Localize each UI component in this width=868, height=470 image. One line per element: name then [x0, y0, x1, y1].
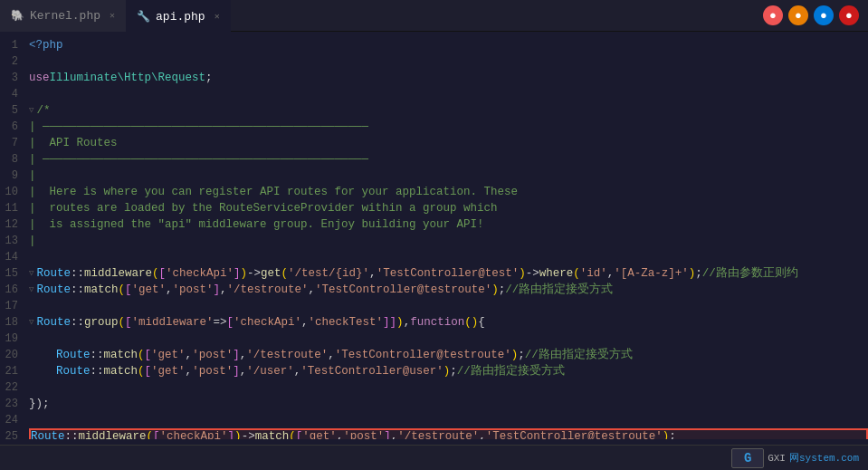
code-line-8: | ——————————————————————————————————————… [29, 151, 868, 168]
code-line-18: ▽Route::group(['middleware' => ['checkAp… [29, 314, 868, 331]
code-line-22 [29, 379, 868, 396]
api-icon: 🔧 [137, 10, 150, 24]
code-line-10: | Here is where you can register API rou… [29, 184, 868, 200]
code-line-13: | [29, 233, 868, 249]
code-line-15: ▽Route::middleware(['checkApi'])->get('/… [29, 265, 868, 282]
code-line-19 [29, 331, 868, 347]
editor: 1234567891011121314151617181920212223242… [0, 32, 868, 445]
site-suffix: 网system.com [789, 451, 859, 465]
code-line-16: ▽Route::match(['get','post'],'/testroute… [29, 282, 868, 298]
code-line-2 [29, 53, 868, 70]
site-name: GXI [768, 453, 786, 464]
code-line-25: Route::middleware(['checkApi'])->match([… [29, 428, 868, 439]
browser-icons: ● ● ● ● [763, 5, 859, 25]
code-line-20: Route::match(['get','post'],'/testroute'… [29, 347, 868, 363]
code-line-11: | routes are loaded by the RouteServiceP… [29, 200, 868, 216]
tab-kernel-close[interactable]: ✕ [110, 10, 115, 21]
code-line-12: | is assigned the "api" middleware group… [29, 216, 868, 233]
code-line-9: | [29, 168, 868, 184]
code-line-1: <?php [29, 37, 868, 53]
code-line-24 [29, 412, 868, 428]
edge-icon[interactable]: ● [814, 5, 834, 25]
code-line-4 [29, 86, 868, 102]
code-line-23: }); [29, 396, 868, 412]
tab-bar: 🐘 Kernel.php ✕ 🔧 api.php ✕ ● ● ● ● [0, 0, 868, 32]
logo-g: G [731, 448, 764, 468]
firefox-icon[interactable]: ● [788, 5, 808, 25]
tab-api[interactable]: 🔧 api.php ✕ [126, 0, 231, 32]
code-line-14 [29, 249, 868, 265]
code-line-7: | API Routes [29, 135, 868, 151]
code-line-21: Route::match(['get','post'],'/user','Tes… [29, 363, 868, 379]
opera-icon[interactable]: ● [839, 5, 859, 25]
tab-kernel-label: Kernel.php [30, 9, 100, 23]
footer-bar: G GXI 网system.com [0, 445, 868, 470]
code-line-5: ▽/* [29, 102, 868, 119]
php-icon: 🐘 [11, 9, 24, 23]
line-numbers: 1234567891011121314151617181920212223242… [0, 37, 25, 439]
code-line-17 [29, 298, 868, 314]
chrome-icon[interactable]: ● [763, 5, 783, 25]
tab-kernel[interactable]: 🐘 Kernel.php ✕ [0, 0, 126, 32]
code-line-3: use Illuminate\Http\Request; [29, 70, 868, 86]
footer-logo: G GXI 网system.com [731, 448, 859, 468]
code-content[interactable]: <?php use Illuminate\Http\Request; ▽/*| … [25, 37, 868, 439]
tab-api-close[interactable]: ✕ [215, 11, 220, 22]
code-line-6: | ——————————————————————————————————————… [29, 119, 868, 135]
tab-api-label: api.php [156, 10, 205, 24]
